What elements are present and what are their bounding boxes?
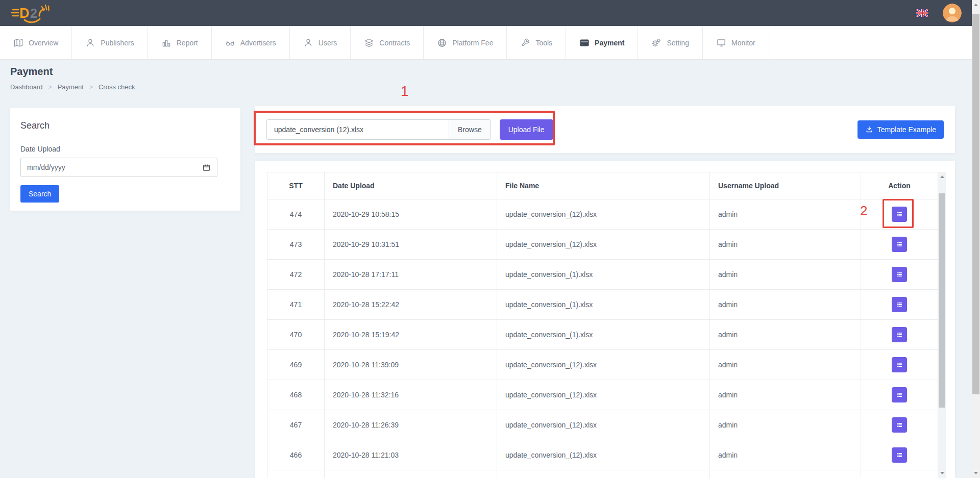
cell-stt: 474 [267,199,325,230]
tab-payment[interactable]: Payment [566,26,638,59]
row-detail-button[interactable] [892,327,907,342]
cell-date-upload: 2020-10-28 17:17:11 [325,260,497,290]
row-detail-button[interactable] [892,207,907,222]
language-flag-icon[interactable] [916,9,928,17]
table-row: 4722020-10-28 17:17:11update_conversion_… [267,260,938,290]
cell-stt: 467 [267,410,325,440]
tab-label: Advertisers [240,39,276,47]
publishers-icon [85,38,95,48]
user-avatar[interactable] [943,4,962,22]
tab-label: Contracts [379,39,410,47]
date-upload-input[interactable]: mm/dd/yyyy [20,158,217,177]
cell-file-name: update_conversion_(12).xlsx [497,199,710,230]
cell-stt: 470 [267,320,325,350]
cell-username-upload: admin [710,350,861,380]
download-icon [865,125,873,134]
uploads-table-card: STTDate UploadFile NameUsername UploadAc… [255,161,955,478]
overview-icon [13,38,23,48]
cell-date-upload: 2020-10-28 11:39:09 [325,350,497,380]
breadcrumb-separator: > [48,84,52,91]
date-placeholder: mm/dd/yyyy [27,163,65,171]
table-scroll-up-icon[interactable] [938,173,946,181]
cell-action [861,260,938,290]
breadcrumb-item-payment[interactable]: Payment [58,83,84,91]
breadcrumb-item-dashboard[interactable]: Dashboard [10,83,43,91]
page-head: Payment Dashboard>Payment>Cross check [10,66,135,91]
row-detail-button[interactable] [892,237,907,252]
row-detail-button[interactable] [892,447,907,463]
upload-bar: update_conversion (12).xlsx Browse Uploa… [255,106,955,153]
template-example-button[interactable]: Template Example [857,120,944,139]
setting-icon [651,38,662,48]
calendar-icon[interactable] [202,163,211,172]
file-input-group: update_conversion (12).xlsx Browse [266,119,491,140]
cell-action [861,290,938,320]
cell-date-upload: 2020-10-28 15:22:42 [325,290,497,320]
row-detail-button[interactable] [892,297,907,312]
cell-file-name: update_conversion_(1).xlsx [497,290,710,320]
svg-text:D: D [19,6,30,21]
row-detail-button[interactable] [892,417,907,433]
browse-button[interactable]: Browse [449,119,491,140]
file-name-input[interactable]: update_conversion (12).xlsx [266,119,449,140]
tab-label: Monitor [731,39,755,47]
cell-empty [710,470,861,478]
payment-icon [579,38,590,48]
cell-username-upload: admin [710,320,861,350]
column-header-action: Action [861,172,938,199]
tab-label: Setting [667,39,689,47]
page-scroll-up-icon[interactable] [972,1,980,9]
tab-overview[interactable]: Overview [0,26,72,59]
table-scrollbar[interactable] [938,172,946,478]
cell-empty [325,470,497,478]
cell-empty [497,470,710,478]
cell-action [861,440,938,470]
breadcrumb-item-cross-check[interactable]: Cross check [99,83,135,91]
platform-fee-icon [437,38,447,48]
page-scrollbar[interactable] [972,0,980,478]
cell-username-upload: admin [710,260,861,290]
cell-file-name: update_conversion_(1).xlsx [497,320,710,350]
search-button[interactable]: Search [20,185,59,203]
tab-platform-fee[interactable]: Platform Fee [424,26,507,59]
cell-username-upload: admin [710,199,861,230]
cell-date-upload: 2020-10-29 10:58:15 [325,199,497,230]
cell-stt: 468 [267,380,325,410]
tab-tools[interactable]: Tools [507,26,566,59]
tab-monitor[interactable]: Monitor [703,26,769,59]
tab-contracts[interactable]: Contracts [351,26,424,59]
tab-setting[interactable]: Setting [638,26,703,59]
monitor-icon [716,38,726,48]
cell-stt: 469 [267,350,325,380]
logo[interactable]: D 2 [10,2,59,24]
table-row: 4742020-10-29 10:58:15update_conversion_… [267,199,938,230]
cell-stt: 466 [267,440,325,470]
cell-file-name: update_conversion_(12).xlsx [497,410,710,440]
cell-username-upload: admin [710,230,861,260]
search-panel-title: Search [20,120,230,131]
cell-action [861,350,938,380]
tab-publishers[interactable]: Publishers [72,26,148,59]
annotation-label-1: 1 [401,83,409,99]
page-scrollbar-thumb[interactable] [972,14,979,394]
tab-report[interactable]: Report [148,26,212,59]
row-detail-button[interactable] [892,267,907,282]
row-detail-button[interactable] [892,387,907,402]
row-detail-button[interactable] [892,357,907,372]
table-scroll-down-icon[interactable] [938,469,946,477]
tab-label: Publishers [101,39,134,47]
file-name-value: update_conversion (12).xlsx [274,125,363,134]
cell-stt: 473 [267,230,325,260]
table-scrollbar-thumb[interactable] [939,193,945,408]
cell-date-upload: 2020-10-28 11:21:03 [325,440,497,470]
breadcrumb: Dashboard>Payment>Cross check [10,83,135,91]
table-header-row: STTDate UploadFile NameUsername UploadAc… [267,172,938,199]
page-scroll-down-icon[interactable] [972,469,980,477]
tab-users[interactable]: Users [290,26,351,59]
tab-advertisers[interactable]: Advertisers [212,26,290,59]
cell-stt: 471 [267,290,325,320]
table-row: 4702020-10-28 15:19:42update_conversion_… [267,320,938,350]
main-nav: OverviewPublishersReportAdvertisersUsers… [0,26,972,60]
upload-file-button[interactable]: Upload File [500,119,553,140]
topbar: D 2 [0,0,972,26]
